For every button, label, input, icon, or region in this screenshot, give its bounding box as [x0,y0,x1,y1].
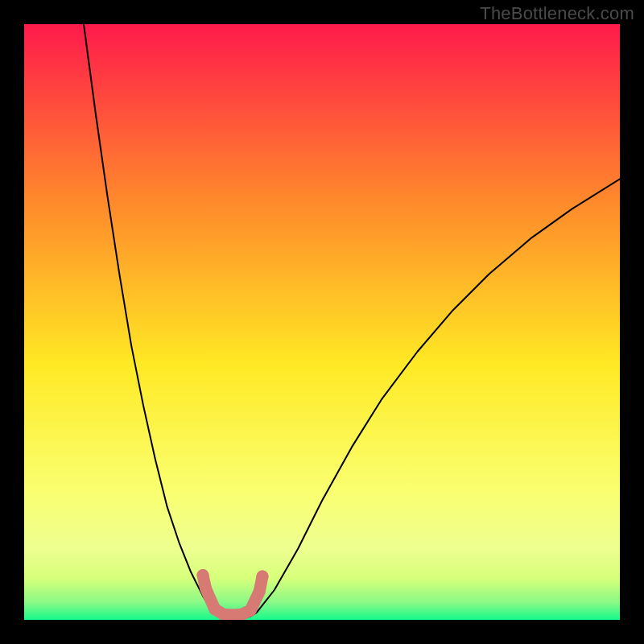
gradient-background [24,24,620,620]
chart-svg [24,24,620,620]
watermark-text: TheBottleneck.com [480,3,634,24]
plot-area [24,24,620,620]
chart-container: TheBottleneck.com [0,0,644,644]
